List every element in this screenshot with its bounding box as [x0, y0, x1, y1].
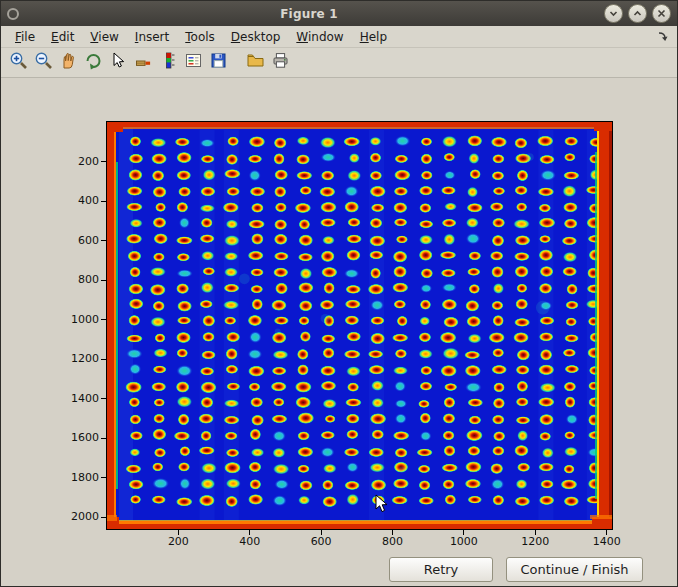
figure-window: Figure 1 FileEditViewInsertToolsDesktopW… — [0, 0, 678, 587]
y-tick-label: 800 — [53, 273, 99, 286]
x-tick-label: 400 — [228, 535, 272, 548]
menubar: FileEditViewInsertToolsDesktopWindowHelp — [1, 26, 677, 48]
colorbar-icon — [159, 51, 178, 74]
data-cursor-button[interactable] — [106, 50, 131, 76]
print-button[interactable] — [268, 50, 293, 76]
legend-icon — [184, 51, 203, 74]
zoom-out-icon — [34, 51, 53, 74]
open-folder-icon — [246, 51, 265, 74]
y-tick-mark — [101, 477, 106, 478]
menu-desktop[interactable]: Desktop — [223, 27, 289, 47]
data-cursor-icon — [109, 51, 128, 74]
menu-file[interactable]: File — [7, 27, 43, 47]
menu-insert[interactable]: Insert — [127, 27, 177, 47]
print-icon — [271, 51, 290, 74]
menu-tools[interactable]: Tools — [177, 27, 223, 47]
window-menu-icon[interactable] — [7, 8, 19, 20]
y-tick-label: 600 — [53, 234, 99, 247]
y-tick-mark — [101, 201, 106, 202]
y-tick-mark — [101, 398, 106, 399]
brush-icon — [134, 51, 153, 74]
pan-hand-button[interactable] — [56, 50, 81, 76]
y-tick-label: 1200 — [53, 352, 99, 365]
close-icon — [657, 9, 666, 18]
x-tick-label: 600 — [299, 535, 343, 548]
chevron-down-icon — [609, 9, 618, 18]
y-tick-mark — [101, 359, 106, 360]
retry-button[interactable]: Retry — [389, 557, 493, 582]
x-tick-label: 1200 — [513, 535, 557, 548]
shade-button[interactable] — [604, 4, 623, 23]
menu-overflow-arrow-icon[interactable] — [657, 30, 669, 45]
y-tick-label: 1000 — [53, 313, 99, 326]
colorbar-button[interactable] — [156, 50, 181, 76]
axes-plot: 2004006008001000120014001600180020002004… — [106, 121, 613, 530]
titlebar[interactable]: Figure 1 — [1, 1, 677, 26]
x-tick-label: 800 — [371, 535, 415, 548]
y-tick-label: 2000 — [53, 510, 99, 523]
microarray-canvas[interactable] — [107, 122, 612, 529]
open-folder-button[interactable] — [243, 50, 268, 76]
close-button[interactable] — [652, 4, 671, 23]
menu-help[interactable]: Help — [352, 27, 395, 47]
y-tick-mark — [101, 319, 106, 320]
y-tick-mark — [101, 438, 106, 439]
save-icon — [209, 51, 228, 74]
pan-hand-icon — [59, 51, 78, 74]
menu-window[interactable]: Window — [288, 27, 351, 47]
menu-edit[interactable]: Edit — [43, 27, 82, 47]
menu-view[interactable]: View — [82, 27, 126, 47]
save-button[interactable] — [206, 50, 231, 76]
window-title: Figure 1 — [19, 7, 599, 21]
continue-finish-button[interactable]: Continue / Finish — [506, 557, 643, 582]
x-tick-label: 200 — [156, 535, 200, 548]
zoom-out-button[interactable] — [31, 50, 56, 76]
y-tick-label: 200 — [53, 155, 99, 168]
y-tick-mark — [101, 161, 106, 162]
legend-button[interactable] — [181, 50, 206, 76]
figure-toolbar — [1, 48, 677, 78]
zoom-in-button[interactable] — [6, 50, 31, 76]
y-tick-label: 1600 — [53, 431, 99, 444]
maximize-button[interactable] — [628, 4, 647, 23]
y-tick-mark — [101, 280, 106, 281]
figure-canvas-area: 2004006008001000120014001600180020002004… — [1, 78, 677, 587]
rotate-3d-icon — [84, 51, 103, 74]
y-tick-mark — [101, 517, 106, 518]
y-tick-label: 1400 — [53, 392, 99, 405]
y-tick-label: 1800 — [53, 471, 99, 484]
zoom-in-icon — [9, 51, 28, 74]
rotate-3d-button[interactable] — [81, 50, 106, 76]
x-tick-label: 1000 — [442, 535, 486, 548]
x-tick-label: 1400 — [585, 535, 629, 548]
y-tick-mark — [101, 240, 106, 241]
brush-button[interactable] — [131, 50, 156, 76]
chevron-up-icon — [633, 9, 642, 18]
y-tick-label: 400 — [53, 194, 99, 207]
